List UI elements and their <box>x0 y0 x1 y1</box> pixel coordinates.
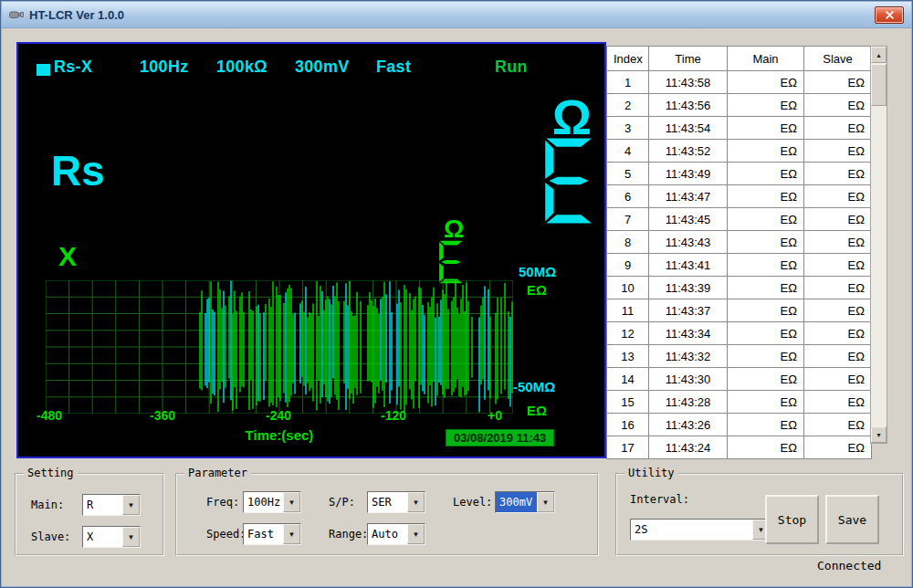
cell-index: 3 <box>607 117 649 140</box>
cell-time: 11:43:45 <box>649 208 728 231</box>
save-button[interactable]: Save <box>825 495 879 544</box>
slave-select-value: X <box>83 527 122 547</box>
table-row[interactable]: 1011:43:39EΩEΩ <box>607 277 872 299</box>
cell-main: EΩ <box>728 322 804 345</box>
cell-slave: EΩ <box>804 117 872 140</box>
table-row[interactable]: 911:43:41EΩEΩ <box>607 254 872 277</box>
run-status-label: Run <box>495 58 528 77</box>
cell-main: EΩ <box>728 140 804 163</box>
sp-select[interactable]: SER ▼ <box>367 491 425 513</box>
table-row[interactable]: 811:43:43EΩEΩ <box>607 231 872 254</box>
table-row[interactable]: 1711:43:24EΩEΩ <box>607 436 872 459</box>
range-select[interactable]: Auto ▼ <box>367 523 425 545</box>
cell-slave: EΩ <box>804 208 872 231</box>
main-select[interactable]: R ▼ <box>82 494 141 516</box>
app-window: HT-LCR Ver 1.0.0 Rs-X 100Hz 100kΩ 300mV … <box>0 0 913 588</box>
dropdown-arrow-icon[interactable]: ▼ <box>283 524 300 544</box>
x-axis-label: -120 <box>381 408 406 423</box>
connection-status: Connected <box>817 559 881 572</box>
cell-index: 17 <box>607 436 649 459</box>
level-select[interactable]: 300mV ▼ <box>495 491 555 513</box>
mode-label: Rs-X <box>54 58 92 77</box>
dropdown-arrow-icon[interactable]: ▼ <box>537 492 554 512</box>
measurement-log-panel: Index Time Main Slave 111:43:58EΩEΩ211:4… <box>606 46 887 442</box>
cell-time: 11:43:41 <box>649 254 728 277</box>
table-row[interactable]: 1211:43:34EΩEΩ <box>607 322 872 345</box>
interval-select[interactable]: 2S ▼ <box>630 519 771 541</box>
cell-main: EΩ <box>728 94 804 117</box>
close-icon <box>886 11 894 19</box>
cell-time: 11:43:52 <box>649 140 728 163</box>
freq-label-display: 100Hz <box>140 58 189 77</box>
table-row[interactable]: 1511:43:28EΩEΩ <box>607 391 872 414</box>
mode-indicator-square <box>37 64 50 76</box>
table-row[interactable]: 1111:43:37EΩEΩ <box>607 299 872 322</box>
cell-time: 11:43:30 <box>649 368 728 391</box>
cell-index: 2 <box>607 94 649 117</box>
cell-index: 9 <box>607 254 649 277</box>
table-row[interactable]: 711:43:45EΩEΩ <box>607 208 872 231</box>
table-row[interactable]: 311:43:54EΩEΩ <box>607 117 872 140</box>
cell-slave: EΩ <box>804 322 872 345</box>
dropdown-arrow-icon[interactable]: ▼ <box>122 527 140 547</box>
parameter-groupbox: Parameter Freq: 100Hz ▼ S/P: SER ▼ Level… <box>175 473 599 556</box>
table-row[interactable]: 211:43:56EΩEΩ <box>607 94 872 117</box>
cell-slave: EΩ <box>804 71 872 94</box>
cell-index: 7 <box>607 208 649 231</box>
cell-slave: EΩ <box>804 163 872 185</box>
dropdown-arrow-icon[interactable]: ▼ <box>283 492 300 512</box>
cell-time: 11:43:43 <box>649 231 728 254</box>
utility-group-title: Utility <box>624 467 678 479</box>
cell-slave: EΩ <box>804 391 872 414</box>
cell-index: 12 <box>607 322 649 345</box>
interval-select-value: 2S <box>631 520 752 540</box>
cell-time: 11:43:58 <box>649 71 728 94</box>
cell-slave: EΩ <box>804 140 872 163</box>
level-select-value: 300mV <box>496 492 537 512</box>
x-axis-label: -360 <box>150 408 175 423</box>
range-label-display: 100kΩ <box>216 58 268 77</box>
dropdown-arrow-icon[interactable]: ▼ <box>122 495 140 515</box>
scroll-down-icon[interactable]: ▼ <box>871 426 887 443</box>
cell-main: EΩ <box>728 185 804 208</box>
cell-index: 10 <box>607 277 649 299</box>
freq-select-label: Freq: <box>206 496 239 509</box>
speed-select[interactable]: Fast ▼ <box>243 523 301 545</box>
cell-slave: EΩ <box>804 231 872 254</box>
freq-select[interactable]: 100Hz ▼ <box>243 491 301 513</box>
dropdown-arrow-icon[interactable]: ▼ <box>407 492 425 512</box>
slave-select[interactable]: X ▼ <box>82 526 141 548</box>
parameter-group-title: Parameter <box>184 467 251 479</box>
cell-index: 14 <box>607 368 649 391</box>
stop-button[interactable]: Stop <box>765 495 819 544</box>
utility-groupbox: Utility Interval: 2S ▼ Stop Save <box>615 473 904 556</box>
cell-index: 1 <box>607 71 649 94</box>
table-row[interactable]: 611:43:47EΩEΩ <box>607 185 872 208</box>
table-row[interactable]: 511:43:49EΩEΩ <box>607 163 872 185</box>
main-reading: Ω <box>543 97 592 137</box>
slave-parameter-label: X <box>58 241 77 272</box>
scroll-up-icon[interactable]: ▲ <box>871 47 887 63</box>
scroll-thumb[interactable] <box>871 64 887 106</box>
cell-time: 11:43:28 <box>649 391 728 414</box>
lcr-display: Rs-X 100Hz 100kΩ 300mV Fast Run Rs Ω X Ω… <box>16 42 606 458</box>
speed-select-label: Speed: <box>206 528 246 541</box>
table-row[interactable]: 1311:43:32EΩEΩ <box>607 345 872 368</box>
table-row[interactable]: 1411:43:30EΩEΩ <box>607 368 872 391</box>
close-button[interactable] <box>875 6 904 24</box>
y-axis-max-main-label: 50MΩ <box>519 264 556 279</box>
sp-select-label: S/P: <box>329 496 355 509</box>
x-axis-label: -480 <box>37 408 62 423</box>
cell-index: 13 <box>607 345 649 368</box>
table-row[interactable]: 411:43:52EΩEΩ <box>607 140 872 163</box>
cell-slave: EΩ <box>804 368 872 391</box>
table-header-row: Index Time Main Slave <box>607 47 872 71</box>
dropdown-arrow-icon[interactable]: ▼ <box>407 524 425 544</box>
cell-time: 11:43:49 <box>649 163 728 185</box>
slave-reading: Ω <box>438 219 464 240</box>
table-row[interactable]: 111:43:58EΩEΩ <box>607 71 872 94</box>
cell-main: EΩ <box>728 345 804 368</box>
cell-main: EΩ <box>728 117 804 140</box>
table-row[interactable]: 1611:43:26EΩEΩ <box>607 414 872 436</box>
table-scrollbar[interactable]: ▲ ▼ <box>870 46 887 444</box>
